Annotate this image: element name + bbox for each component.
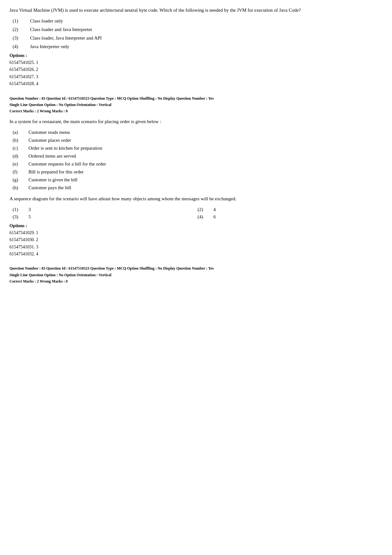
scenario-text-c: Order is sent to kitchen for preparation bbox=[28, 146, 102, 151]
option-82-4-num: (4) bbox=[13, 44, 30, 49]
option-82-1: (1) Class loader only bbox=[9, 18, 383, 24]
scenario-text-a: Customer reads menu bbox=[28, 130, 70, 135]
options-label-83: Options : bbox=[9, 223, 383, 228]
q83-meta2-line1: Question Number : 83 Question Id : 61547… bbox=[9, 265, 383, 271]
scenario-text-b: Customer places order bbox=[28, 138, 71, 143]
scenario-text-g: Customer is given the bill bbox=[28, 177, 77, 183]
scenario-label-g: (g) bbox=[13, 177, 28, 183]
scenario-item-e: (e) Customer requests for a bill for the… bbox=[13, 161, 383, 167]
scenario-label-e: (e) bbox=[13, 161, 28, 167]
options-label-82: Options : bbox=[9, 53, 383, 58]
options-section-83: Options : 61547541029. 1 61547541030. 2 … bbox=[9, 223, 383, 258]
q83-meta1-marks: Correct Marks : 2 Wrong Marks : 0 bbox=[9, 108, 383, 114]
answer-option-83-4-num: (4) bbox=[198, 214, 210, 220]
options-section-82: Options : 61547541025. 1 61547541026. 2 … bbox=[9, 53, 383, 88]
option-82-1-text: Class loader only bbox=[30, 18, 63, 24]
q83-metadata-1: Question Number : 83 Question Id : 61547… bbox=[9, 95, 383, 115]
scenario-label-c: (c) bbox=[13, 146, 28, 151]
answer-option-83-3-num: (3) bbox=[13, 214, 25, 220]
option-82-3-text: Class loader, Java Interpreter and API bbox=[30, 35, 102, 41]
q83-meta1-line2: Single Line Question Option : No Option … bbox=[9, 102, 383, 108]
scenario-label-a: (a) bbox=[13, 130, 28, 135]
option-id-82-2: 61547541026. 2 bbox=[9, 66, 383, 73]
scenario-list: (a) Customer reads menu (b) Customer pla… bbox=[9, 130, 383, 190]
scenario-label-h: (h) bbox=[13, 185, 28, 190]
option-id-83-3: 61547541031. 3 bbox=[9, 244, 383, 251]
scenario-text-f: Bill is prepared for this order bbox=[28, 169, 84, 175]
scenario-label-d: (d) bbox=[13, 153, 28, 159]
question-82-text: Java Virtual Machine (JVM) is used to ex… bbox=[9, 6, 383, 14]
answer-option-83-3: (3) 5 bbox=[13, 214, 198, 220]
scenario-item-h: (h) Customer pays the bill bbox=[13, 185, 383, 190]
answer-option-83-2-num: (2) bbox=[198, 207, 210, 212]
scenario-item-d: (d) Ordered items are served bbox=[13, 153, 383, 159]
option-id-83-1: 61547541029. 1 bbox=[9, 229, 383, 236]
answer-option-83-3-val: 5 bbox=[28, 214, 31, 220]
option-82-1-num: (1) bbox=[13, 18, 30, 24]
option-82-3: (3) Class loader, Java Interpreter and A… bbox=[9, 35, 383, 41]
scenario-text-e: Customer requests for a bill for the ord… bbox=[28, 161, 106, 167]
scenario-text-d: Ordered items are served bbox=[28, 153, 76, 159]
q83-meta1-line1: Question Number : 83 Question Id : 61547… bbox=[9, 95, 383, 102]
option-id-83-4: 61547541032. 4 bbox=[9, 251, 383, 258]
q83-intro: In a system for a restaurant, the main s… bbox=[9, 118, 383, 125]
answer-option-83-1-num: (1) bbox=[13, 207, 25, 212]
scenario-item-c: (c) Order is sent to kitchen for prepara… bbox=[13, 146, 383, 151]
option-id-82-4: 61547541028. 4 bbox=[9, 80, 383, 87]
answer-option-83-1: (1) 3 bbox=[13, 207, 198, 212]
question-82-block: Java Virtual Machine (JVM) is used to ex… bbox=[9, 6, 383, 88]
option-82-4-text: Java Interpreter only bbox=[30, 44, 69, 49]
option-id-82-1: 61547541025. 1 bbox=[9, 59, 383, 66]
answer-options-grid-83: (1) 3 (2) 4 (3) 5 (4) 6 bbox=[9, 207, 383, 220]
scenario-item-a: (a) Customer reads menu bbox=[13, 130, 383, 135]
scenario-text-h: Customer pays the bill bbox=[28, 185, 71, 190]
answer-option-83-2-val: 4 bbox=[213, 207, 216, 212]
option-82-2-num: (2) bbox=[13, 27, 30, 32]
q83-followup: A sequence diagram for the scenario will… bbox=[9, 195, 383, 203]
option-82-4: (4) Java Interpreter only bbox=[9, 44, 383, 49]
q83-meta2-line2: Single Line Question Option : No Option … bbox=[9, 272, 383, 278]
question-83-block: In a system for a restaurant, the main s… bbox=[9, 118, 383, 258]
scenario-item-g: (g) Customer is given the bill bbox=[13, 177, 383, 183]
q83-meta2-marks: Correct Marks : 2 Wrong Marks : 0 bbox=[9, 278, 383, 284]
q83-metadata-2: Question Number : 83 Question Id : 61547… bbox=[9, 265, 383, 284]
scenario-item-b: (b) Customer places order bbox=[13, 138, 383, 143]
scenario-label-b: (b) bbox=[13, 138, 28, 143]
option-id-82-3: 61547541027. 3 bbox=[9, 73, 383, 80]
answer-option-83-1-val: 3 bbox=[28, 207, 31, 212]
answer-option-83-4-val: 6 bbox=[213, 214, 216, 220]
scenario-label-f: (f) bbox=[13, 169, 28, 175]
scenario-item-f: (f) Bill is prepared for this order bbox=[13, 169, 383, 175]
option-82-2: (2) Class loader and Java Interpreter bbox=[9, 27, 383, 32]
option-id-83-2: 61547541030. 2 bbox=[9, 236, 383, 243]
option-82-3-num: (3) bbox=[13, 35, 30, 41]
answer-option-83-4: (4) 6 bbox=[198, 214, 383, 220]
option-82-2-text: Class loader and Java Interpreter bbox=[30, 27, 92, 32]
answer-option-83-2: (2) 4 bbox=[198, 207, 383, 212]
